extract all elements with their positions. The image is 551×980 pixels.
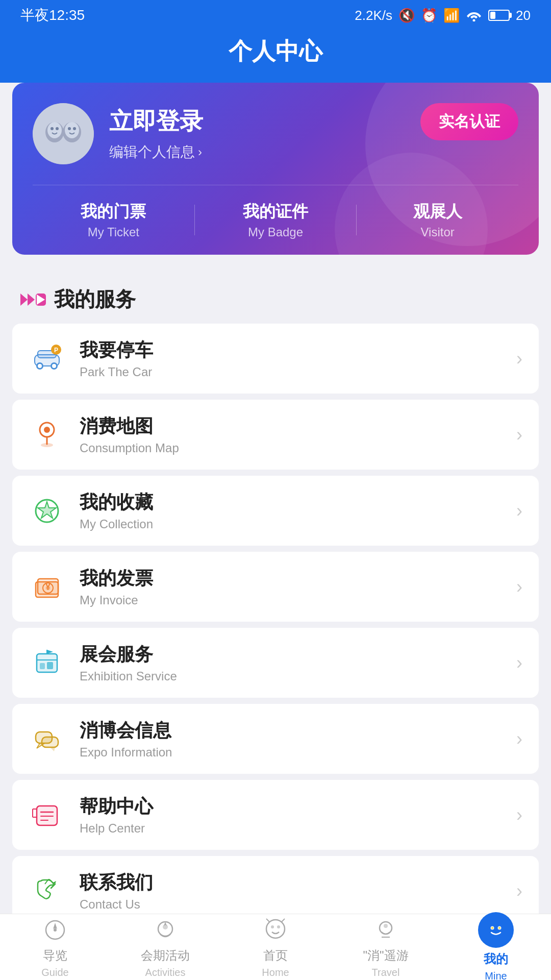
menu-text-expo: 消博会信息 Expo Information	[80, 718, 502, 760]
menu-item-invoice[interactable]: ¥ 我的发票 My Invoice ›	[12, 552, 539, 622]
map-arrow: ›	[516, 424, 522, 446]
page-title: 个人中心	[229, 38, 322, 64]
menu-text-invoice: 我的发票 My Invoice	[80, 566, 502, 607]
svg-marker-49	[50, 747, 55, 751]
menu-text-exhibition: 展会服务 Exhibition Service	[80, 642, 502, 683]
nav-activities-label-en: Activities	[145, 967, 186, 978]
menu-item-collection[interactable]: 我的收藏 My Collection ›	[12, 476, 539, 546]
status-right: 2.2K/s 🔇 ⏰ 📶 20	[355, 8, 531, 23]
menu-item-exhibition[interactable]: 展会服务 Exhibition Service ›	[12, 628, 539, 698]
svg-point-75	[163, 924, 168, 929]
svg-rect-47	[42, 737, 58, 747]
svg-marker-9	[20, 293, 28, 306]
expo-arrow: ›	[516, 728, 522, 750]
nav-home-icon	[261, 916, 290, 944]
section-icon	[20, 287, 46, 312]
real-name-button[interactable]: 实名认证	[420, 103, 518, 140]
stat-ticket-zh: 我的门票	[33, 201, 194, 223]
nav-home-label: 首页	[263, 947, 288, 964]
contact-icon	[29, 873, 65, 910]
svg-rect-40	[47, 662, 53, 669]
svg-point-73	[54, 928, 57, 932]
stat-visitor[interactable]: 观展人 Visitor	[357, 201, 518, 239]
svg-point-8	[73, 127, 76, 130]
wifi-icon	[466, 9, 482, 21]
menu-text-contact: 联系我们 Contact Us	[80, 870, 502, 912]
nav-item-mine[interactable]: 我的 Mine	[441, 907, 551, 980]
menu-item-expo[interactable]: 消博会信息 Expo Information ›	[12, 704, 539, 774]
svg-point-85	[486, 920, 506, 940]
avatar	[33, 103, 94, 164]
stat-divider-2	[356, 205, 357, 235]
stat-badge-zh: 我的证件	[195, 201, 357, 223]
nav-item-guide[interactable]: 导览 Guide	[0, 911, 110, 980]
svg-point-18	[38, 364, 42, 368]
nav-guide-label-en: Guide	[41, 967, 68, 978]
park-arrow: ›	[516, 348, 522, 370]
collection-arrow: ›	[516, 500, 522, 522]
status-time: 半夜12:35	[20, 6, 85, 25]
svg-point-0	[473, 19, 475, 22]
contact-arrow: ›	[516, 880, 522, 902]
menu-item-help[interactable]: 帮助中心 Help Center ›	[12, 780, 539, 850]
profile-card: 立即登录 编辑个人信息 › 实名认证 我的门票 My Ticket 我的证件 M…	[12, 83, 539, 255]
status-bar: 半夜12:35 2.2K/s 🔇 ⏰ 📶 20	[0, 0, 551, 31]
mute-icon: 🔇	[398, 8, 415, 23]
network-speed: 2.2K/s	[355, 8, 392, 23]
svg-marker-10	[28, 293, 35, 306]
section-title: 我的服务	[54, 285, 136, 313]
nav-item-activities[interactable]: 会期活动 Activities	[110, 911, 220, 980]
svg-point-26	[41, 443, 53, 447]
collection-icon	[29, 493, 65, 529]
svg-point-77	[266, 920, 285, 938]
expo-icon	[29, 721, 65, 757]
profile-edit[interactable]: 编辑个人信息 ›	[109, 142, 518, 162]
svg-point-83	[384, 924, 388, 928]
signal-icon: 📶	[443, 8, 460, 23]
nav-travel-icon	[371, 916, 400, 944]
nav-mine-label: 我的	[484, 951, 508, 967]
svg-line-81	[282, 919, 285, 922]
nav-item-home[interactable]: 首页 Home	[220, 911, 331, 980]
menu-text-park: 我要停车 Park The Car	[80, 338, 502, 379]
edit-arrow: ›	[198, 145, 202, 159]
svg-point-3	[47, 122, 62, 138]
menu-list: P 我要停车 Park The Car › 消费地图 Consumption M…	[0, 324, 551, 980]
svg-point-20	[52, 364, 56, 368]
svg-point-79	[277, 925, 280, 928]
nav-item-travel[interactable]: "消"遥游 Travel	[331, 911, 441, 980]
nav-activities-icon	[151, 916, 180, 944]
menu-item-map[interactable]: 消费地图 Consumption Map ›	[12, 400, 539, 470]
exhibition-arrow: ›	[516, 652, 522, 674]
battery-level: 20	[516, 8, 531, 23]
svg-point-5	[51, 127, 54, 130]
nav-guide-label: 导览	[43, 947, 67, 964]
nav-travel-label-en: Travel	[372, 967, 400, 978]
stat-badge-en: My Badge	[195, 225, 357, 239]
nav-activities-label: 会期活动	[141, 947, 190, 964]
battery-icon	[488, 10, 510, 21]
help-icon	[29, 797, 65, 834]
svg-rect-39	[40, 663, 45, 669]
svg-point-4	[65, 122, 79, 138]
stat-visitor-zh: 观展人	[357, 201, 518, 223]
stat-ticket[interactable]: 我的门票 My Ticket	[33, 201, 194, 239]
nav-mine-icon	[478, 912, 514, 948]
nav-travel-label: "消"遥游	[363, 947, 408, 964]
svg-text:P: P	[54, 347, 58, 354]
menu-text-help: 帮助中心 Help Center	[80, 794, 502, 836]
profile-stats: 我的门票 My Ticket 我的证件 My Badge 观展人 Visitor	[33, 185, 518, 255]
help-arrow: ›	[516, 804, 522, 826]
park-icon: P	[29, 340, 65, 377]
bottom-nav: 导览 Guide 会期活动 Activities	[0, 914, 551, 980]
alarm-icon: ⏰	[421, 8, 437, 23]
svg-point-7	[68, 127, 71, 130]
nav-guide-icon	[41, 916, 69, 944]
stat-badge[interactable]: 我的证件 My Badge	[195, 201, 357, 239]
menu-text-collection: 我的收藏 My Collection	[80, 490, 502, 531]
page-header: 个人中心	[0, 31, 551, 83]
exhibition-icon	[29, 645, 65, 681]
menu-text-map: 消费地图 Consumption Map	[80, 414, 502, 455]
nav-mine-label-en: Mine	[485, 970, 507, 980]
menu-item-park[interactable]: P 我要停车 Park The Car ›	[12, 324, 539, 394]
